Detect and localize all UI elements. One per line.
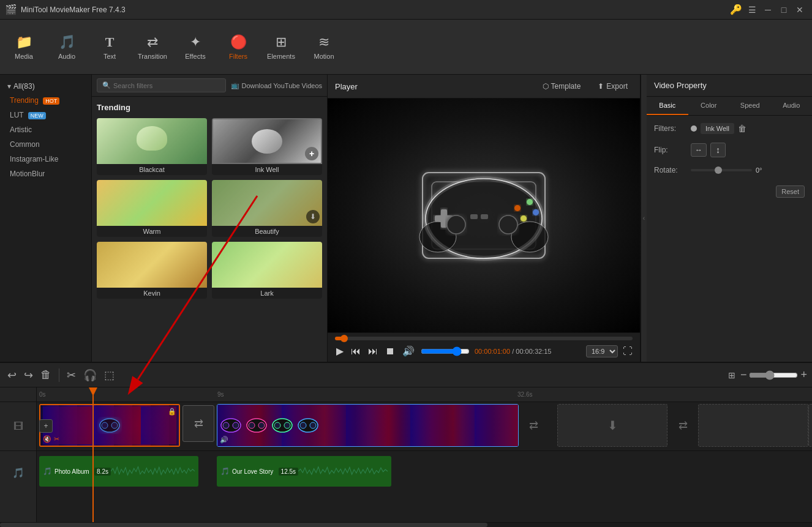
flip-property-row: Flip: ↔ ↕	[654, 143, 805, 157]
search-input[interactable]	[113, 82, 220, 89]
flip-prop-label: Flip:	[654, 146, 686, 154]
filter-label-blackcat: Blackcat	[97, 164, 207, 175]
search-box[interactable]: 🔍	[97, 78, 226, 92]
filter-category-artistic[interactable]: Artistic	[0, 122, 91, 137]
filters-label: Filters	[229, 53, 247, 60]
zoom-in-button[interactable]: +	[800, 368, 807, 381]
filter-chip-value: Ink Well	[705, 125, 729, 132]
tab-speed[interactable]: Speed	[729, 97, 771, 115]
toolbar-text[interactable]: T Text	[88, 23, 131, 72]
template-button[interactable]: ⬡ Template	[538, 80, 586, 93]
empty-clip-3	[808, 404, 812, 447]
new-badge: NEW	[28, 112, 46, 119]
toolbar-effects[interactable]: ✦ Effects	[174, 23, 217, 72]
clip-lock-icon: 🔒	[168, 408, 176, 416]
zoom-out-button[interactable]: −	[740, 368, 747, 381]
toolbar-media[interactable]: 📁 Media	[2, 23, 45, 72]
toolbar-filters[interactable]: 🔴 Filters	[217, 23, 260, 72]
filter-chip: Ink Well	[701, 123, 734, 134]
reset-button[interactable]: Reset	[776, 185, 805, 198]
fullscreen-button[interactable]: ⛶	[623, 346, 633, 357]
fit-timeline-button[interactable]: ⊞	[726, 368, 738, 383]
close-button[interactable]: ✕	[792, 2, 807, 17]
video-clip-2[interactable]: 🔊	[217, 404, 519, 447]
rotate-slider-track[interactable]	[691, 169, 752, 171]
filter-card-warm[interactable]: Warm	[97, 180, 207, 237]
filters-panel: ▾ All(83) Trending HOT LUT NEW Artistic …	[0, 75, 328, 362]
progress-handle[interactable]	[340, 335, 348, 342]
filter-label-warm: Warm	[97, 226, 207, 237]
download-beautify-btn[interactable]: ⬇	[306, 210, 320, 223]
volume-slider[interactable]	[421, 346, 470, 356]
stop-button[interactable]: ⏹	[384, 345, 396, 358]
delete-clip-button[interactable]: 🗑	[38, 366, 54, 384]
transition-between-clips[interactable]: ⇄	[182, 405, 214, 442]
crop-button[interactable]: ⬚	[102, 366, 117, 384]
tab-color[interactable]: Color	[688, 97, 730, 115]
minimize-button[interactable]: ─	[761, 2, 775, 17]
tab-audio[interactable]: Audio	[771, 97, 813, 115]
filter-category-lut[interactable]: LUT NEW	[0, 108, 91, 122]
filter-preview-beautify: ⬇	[212, 180, 322, 226]
maximize-button[interactable]: □	[776, 2, 791, 17]
audio-clip-photo-album[interactable]: 🎵 Photo Album 8.2s	[39, 456, 198, 487]
property-header: Video Property	[647, 75, 812, 97]
media-icon: 📁	[16, 34, 32, 50]
toolbar-transition[interactable]: ⇄ Transition	[131, 23, 174, 72]
swap-arrow-1[interactable]: ⇄	[524, 407, 543, 444]
filter-preview-lark	[212, 242, 322, 288]
redo-button[interactable]: ↪	[21, 366, 36, 384]
playhead[interactable]	[92, 387, 94, 522]
template-label: Template	[551, 82, 581, 91]
add-track-button[interactable]: +	[39, 419, 53, 433]
aspect-ratio-select[interactable]: 16:9 9:16 1:1 4:3	[586, 345, 618, 357]
flip-horizontal-button[interactable]: ↔	[691, 143, 707, 157]
audio-clip-our-love-story[interactable]: 🎵 Our Love Story 12.5s	[217, 456, 391, 487]
download-youtube-btn[interactable]: 📺 Download YouTube Videos	[231, 81, 323, 89]
swap-arrow-2[interactable]: ⇄	[674, 407, 692, 444]
collapse-handle[interactable]: ‹	[641, 75, 647, 362]
all-filters-label: All(83)	[13, 82, 35, 91]
filter-card-blackcat[interactable]: Blackcat	[97, 118, 207, 175]
delete-filter-button[interactable]: 🗑	[738, 124, 746, 133]
timeline-scrollbar-thumb[interactable]	[0, 523, 487, 527]
filter-category-motionblur[interactable]: MotionBlur	[0, 166, 91, 181]
filter-label-beautify: Beautify	[212, 226, 322, 237]
download-label: Download YouTube Videos	[242, 82, 323, 89]
filter-category-common[interactable]: Common	[0, 137, 91, 152]
filter-card-inkwell[interactable]: + Ink Well	[212, 118, 322, 175]
filter-card-kevin[interactable]: Kevin	[97, 242, 207, 299]
clip-scissors-icon: ✂	[54, 435, 59, 443]
zoom-slider[interactable]	[749, 370, 798, 380]
toolbar-elements[interactable]: ⊞ Elements	[260, 23, 303, 72]
prev-button[interactable]: ⏮	[350, 345, 362, 358]
filter-color-dot	[691, 125, 697, 132]
filter-card-beautify[interactable]: ⬇ Beautify	[212, 180, 322, 237]
rotate-slider-thumb[interactable]	[715, 166, 722, 174]
key-button[interactable]: 🔑	[729, 2, 743, 17]
flip-vertical-button[interactable]: ↕	[710, 143, 726, 157]
timeline-toolbar: ↩ ↪ 🗑 ✂ 🎧 ⬚ ⊞ − +	[0, 363, 812, 387]
tab-basic[interactable]: Basic	[647, 97, 688, 115]
menu-button[interactable]: ☰	[745, 2, 759, 17]
svg-point-20	[223, 422, 229, 428]
next-button[interactable]: ⏭	[367, 345, 379, 358]
download-icon: 📺	[231, 81, 239, 89]
export-button[interactable]: ⬆ Export	[593, 80, 633, 93]
toolbar-audio[interactable]: 🎵 Audio	[45, 23, 88, 72]
timeline-scrollbar[interactable]	[0, 522, 812, 527]
rotate-prop-label: Rotate:	[654, 166, 686, 174]
filter-category-trending[interactable]: Trending HOT	[0, 93, 91, 108]
zoom-controls: ⊞ − +	[726, 368, 807, 383]
filter-card-lark[interactable]: Lark	[212, 242, 322, 299]
volume-button[interactable]: 🔊	[401, 344, 416, 358]
audio-button[interactable]: 🎧	[81, 366, 99, 384]
toolbar-motion[interactable]: ≋ Motion	[303, 23, 345, 72]
play-button[interactable]: ▶	[335, 344, 345, 358]
progress-bar[interactable]	[335, 337, 633, 340]
add-inkwell-btn[interactable]: +	[305, 147, 318, 160]
filter-category-instagram[interactable]: Instagram-Like	[0, 152, 91, 166]
undo-button[interactable]: ↩	[5, 366, 19, 384]
split-button[interactable]: ✂	[64, 366, 78, 384]
video-clip-1[interactable]: 🔒 🔇 ✂	[39, 404, 180, 447]
